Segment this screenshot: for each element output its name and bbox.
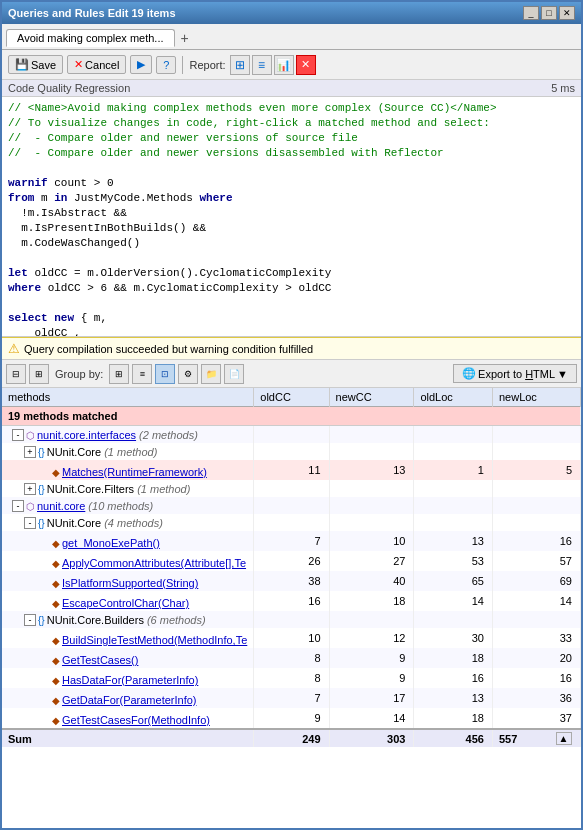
- report-chart-icon: 📊: [276, 58, 291, 72]
- col-oldloc: [414, 514, 493, 531]
- col-oldcc: 8: [254, 668, 329, 688]
- table-row[interactable]: ◆ GetTestCasesFor(MethodInfo) 9 14 18 37: [2, 708, 581, 729]
- report-btn-cancel[interactable]: ✕: [296, 55, 316, 75]
- col-oldcc: 11: [254, 460, 329, 480]
- expand-collapse-icon[interactable]: -: [24, 614, 36, 626]
- method-name[interactable]: GetDataFor(ParameterInfo): [62, 694, 197, 706]
- export-label: Export to HTML: [478, 368, 555, 380]
- col-oldcc: [254, 426, 329, 444]
- code-line-8: !m.IsAbstract &&: [8, 206, 575, 221]
- tab-add-button[interactable]: +: [177, 30, 193, 46]
- class-icon: {}: [38, 447, 45, 458]
- method-name[interactable]: GetTestCasesFor(MethodInfo): [62, 714, 210, 726]
- export-button[interactable]: 🌐 Export to HTML ▼: [453, 364, 577, 383]
- method-name[interactable]: BuildSingleTestMethod(MethodInfo,Te: [62, 634, 247, 646]
- col-oldcc: [254, 443, 329, 460]
- export-icon: 🌐: [462, 367, 476, 380]
- status-time: 5 ms: [551, 82, 575, 94]
- col-newloc: [492, 611, 580, 628]
- collapse-all-button[interactable]: ⊟: [6, 364, 26, 384]
- col-oldloc: 65: [414, 571, 493, 591]
- code-line-4: // - Compare older and newer versions di…: [8, 146, 575, 161]
- col-newloc: 69: [492, 571, 580, 591]
- table-row[interactable]: ◆ Matches(RuntimeFramework) 11 13 1 5: [2, 460, 581, 480]
- namespace-name[interactable]: nunit.core.interfaces: [37, 429, 136, 441]
- table-row[interactable]: ◆ EscapeControlChar(Char) 16 18 14 14: [2, 591, 581, 611]
- minimize-button[interactable]: _: [523, 6, 539, 20]
- col-newcc: 13: [329, 460, 414, 480]
- run-button[interactable]: ▶: [130, 55, 152, 74]
- expand-collapse-icon[interactable]: -: [12, 500, 24, 512]
- expand-collapse-icon[interactable]: -: [12, 429, 24, 441]
- method-name[interactable]: GetTestCases(): [62, 654, 138, 666]
- save-button[interactable]: 💾 Save: [8, 55, 63, 74]
- table-row[interactable]: + {} NUnit.Core (1 method): [2, 443, 581, 460]
- table-row[interactable]: ◆ ApplyCommonAttributes(Attribute[],Te 2…: [2, 551, 581, 571]
- group-btn-4[interactable]: ⚙: [178, 364, 198, 384]
- col-newcc: 27: [329, 551, 414, 571]
- col-newloc: [492, 497, 580, 514]
- help-button[interactable]: ?: [156, 56, 176, 74]
- group-btn-3[interactable]: ⊡: [155, 364, 175, 384]
- table-row[interactable]: - ⬡ nunit.core (10 methods): [2, 497, 581, 514]
- col-oldloc: 30: [414, 628, 493, 648]
- expand-collapse-icon[interactable]: -: [24, 517, 36, 529]
- maximize-button[interactable]: □: [541, 6, 557, 20]
- table-row[interactable]: ◆ get_MonoExePath() 7 10 13 16: [2, 531, 581, 551]
- code-editor[interactable]: // <Name>Avoid making complex methods ev…: [2, 97, 581, 337]
- col-oldloc: 13: [414, 688, 493, 708]
- method-icon: ◆: [52, 675, 60, 686]
- table-row[interactable]: + {} NUnit.Core.Filters (1 method): [2, 480, 581, 497]
- expand-collapse-icon[interactable]: +: [24, 483, 36, 495]
- method-name[interactable]: EscapeControlChar(Char): [62, 597, 189, 609]
- table-row[interactable]: - {} NUnit.Core (4 methods): [2, 514, 581, 531]
- tab-bar: Avoid making complex meth... +: [2, 24, 581, 50]
- method-name[interactable]: get_MonoExePath(): [62, 537, 160, 549]
- group-btn-1[interactable]: ⊞: [109, 364, 129, 384]
- table-row[interactable]: - ⬡ nunit.core.interfaces (2 methods): [2, 426, 581, 444]
- report-btn-1[interactable]: ⊞: [230, 55, 250, 75]
- row-name: - ⬡ nunit.core.interfaces (2 methods): [2, 426, 254, 444]
- report-btn-2[interactable]: ≡: [252, 55, 272, 75]
- scroll-top-icon[interactable]: ▲: [556, 732, 572, 745]
- results-table: methods oldCC newCC oldLoc newLoc 19 met…: [2, 388, 581, 747]
- expand-collapse-icon[interactable]: +: [24, 446, 36, 458]
- group-btn-5[interactable]: 📁: [201, 364, 221, 384]
- col-oldcc: 10: [254, 628, 329, 648]
- method-name[interactable]: IsPlatformSupported(String): [62, 577, 198, 589]
- method-name[interactable]: HasDataFor(ParameterInfo): [62, 674, 198, 686]
- table-row[interactable]: ◆ IsPlatformSupported(String) 38 40 65 6…: [2, 571, 581, 591]
- row-name: ◆ GetDataFor(ParameterInfo): [2, 688, 254, 708]
- collapse-all-icon: ⊟: [12, 369, 20, 379]
- row-name: - {} NUnit.Core.Builders (6 methods): [2, 611, 254, 628]
- cancel-button[interactable]: ✕ Cancel: [67, 55, 126, 74]
- results-table-container[interactable]: methods oldCC newCC oldLoc newLoc 19 met…: [2, 388, 581, 828]
- table-row[interactable]: ◆ BuildSingleTestMethod(MethodInfo,Te 10…: [2, 628, 581, 648]
- matched-text: 19 methods matched: [2, 407, 581, 426]
- col-header-newloc: newLoc: [492, 388, 580, 407]
- col-newloc: 16: [492, 668, 580, 688]
- row-name: + {} NUnit.Core (1 method): [2, 443, 254, 460]
- tab-main[interactable]: Avoid making complex meth...: [6, 29, 175, 47]
- method-count: (6 methods): [144, 614, 206, 626]
- namespace-name[interactable]: nunit.core: [37, 500, 85, 512]
- col-newloc: 36: [492, 688, 580, 708]
- table-row[interactable]: ◆ GetTestCases() 8 9 18 20: [2, 648, 581, 668]
- method-icon: ◆: [52, 558, 60, 569]
- warning-icon: ⚠: [8, 341, 20, 356]
- group-btn-2[interactable]: ≡: [132, 364, 152, 384]
- close-button[interactable]: ✕: [559, 6, 575, 20]
- table-row[interactable]: - {} NUnit.Core.Builders (6 methods): [2, 611, 581, 628]
- expand-all-button[interactable]: ⊞: [29, 364, 49, 384]
- table-row[interactable]: ◆ HasDataFor(ParameterInfo) 8 9 16 16: [2, 668, 581, 688]
- group-btn-6[interactable]: 📄: [224, 364, 244, 384]
- table-row[interactable]: ◆ GetDataFor(ParameterInfo) 7 17 13 36: [2, 688, 581, 708]
- method-name[interactable]: ApplyCommonAttributes(Attribute[],Te: [62, 557, 246, 569]
- col-oldloc: [414, 497, 493, 514]
- col-oldloc: 16: [414, 668, 493, 688]
- code-line-3: // - Compare older and newer versions of…: [8, 131, 575, 146]
- col-oldcc: [254, 611, 329, 628]
- method-name[interactable]: Matches(RuntimeFramework): [62, 466, 207, 478]
- report-btn-3[interactable]: 📊: [274, 55, 294, 75]
- row-name: + {} NUnit.Core.Filters (1 method): [2, 480, 254, 497]
